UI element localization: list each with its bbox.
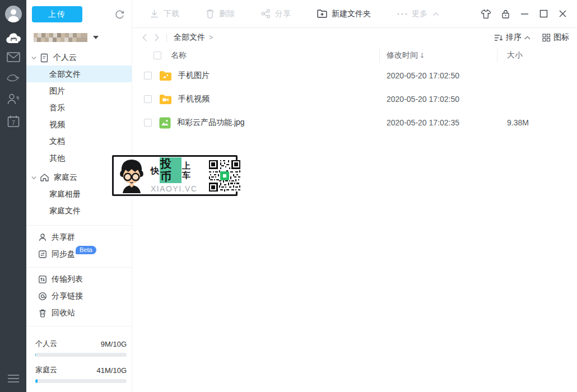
- sidebar-item-documents[interactable]: 文档: [26, 133, 132, 150]
- watermark-cartoon-avatar: [116, 158, 147, 193]
- table-row[interactable]: 和彩云产品功能.jpg 2020-05-20 17:02:35 9.38M: [132, 111, 577, 134]
- sort-icon: [494, 34, 503, 42]
- sort-label: 排序: [506, 32, 522, 43]
- mail-icon[interactable]: [7, 52, 20, 62]
- menu-icon[interactable]: [6, 373, 21, 384]
- file-modified: 2020-05-20 17:02:50: [380, 71, 497, 80]
- watermark-banner: 快 投币 上车 XIAOYI.VC: [112, 155, 238, 196]
- sidebar-item-label: 回收站: [52, 308, 75, 318]
- select-all-checkbox[interactable]: [153, 52, 161, 59]
- sidebar-item-all-files[interactable]: 全部文件: [26, 66, 132, 82]
- row-checkbox[interactable]: [144, 95, 152, 103]
- divider: [26, 225, 132, 226]
- beta-badge: Beta: [76, 246, 96, 254]
- sidebar-item-label: 分享链接: [52, 291, 83, 301]
- storage-usage-personal: 9M/10G: [101, 340, 127, 348]
- divider: [166, 34, 167, 42]
- account-caret-icon: [93, 36, 99, 39]
- image-file-icon: [159, 117, 171, 129]
- username-censored: [34, 33, 87, 42]
- column-header-size[interactable]: 大小: [507, 50, 523, 60]
- sidebar-item-shared-group[interactable]: 共享群: [26, 229, 132, 246]
- file-name[interactable]: 和彩云产品功能.jpg: [177, 118, 245, 128]
- nav-forward-button[interactable]: [154, 33, 160, 42]
- contacts-icon[interactable]: [6, 92, 21, 106]
- breadcrumb[interactable]: 全部文件: [174, 32, 205, 43]
- calendar-icon[interactable]: 7: [6, 114, 21, 129]
- svg-text:7: 7: [12, 120, 15, 126]
- view-controls: 排序 图标: [494, 32, 569, 43]
- sort-button[interactable]: 排序: [494, 32, 531, 43]
- column-header-modified[interactable]: 修改时间: [387, 50, 418, 60]
- file-name[interactable]: 手机图片: [178, 71, 210, 81]
- storage-label-personal: 个人云: [35, 339, 57, 349]
- file-size: 9.38M: [497, 118, 577, 127]
- sidebar: 上传 个人云 全部文件 图片 音乐 视频 文档 其他 家庭云: [26, 0, 132, 392]
- chevron-down-icon: [30, 54, 38, 62]
- delete-button[interactable]: 删除: [205, 8, 235, 19]
- sidebar-item-personal-cloud[interactable]: 个人云: [26, 50, 132, 66]
- sidebar-item-videos[interactable]: 视频: [26, 116, 132, 133]
- sidebar-item-recycle-bin[interactable]: 回收站: [26, 305, 132, 321]
- sidebar-item-label: 共享群: [52, 232, 75, 242]
- chevron-down-icon: [30, 174, 38, 181]
- row-checkbox[interactable]: [144, 119, 152, 127]
- sidebar-item-pictures[interactable]: 图片: [26, 82, 132, 99]
- watermark-qr-code: [209, 160, 240, 192]
- share-button[interactable]: 分享: [260, 8, 291, 19]
- toolbar-label: 更多: [412, 9, 427, 19]
- new-folder-icon: [317, 8, 328, 19]
- sort-desc-arrow-icon: [420, 52, 425, 59]
- nav-back-button[interactable]: [142, 33, 147, 42]
- folder-image-icon: [159, 71, 172, 81]
- sidebar-item-family-files[interactable]: 家庭文件: [26, 202, 132, 219]
- storage-usage-family: 41M/10G: [97, 366, 127, 375]
- icon-view-button[interactable]: 图标: [542, 32, 569, 43]
- lock-icon[interactable]: [501, 9, 510, 19]
- share-icon: [260, 8, 271, 19]
- sidebar-item-sync-disk[interactable]: 同步盘 Beta: [26, 246, 132, 263]
- sync-disk-icon: [38, 250, 47, 259]
- sidebar-item-label: 个人云: [53, 53, 77, 63]
- sidebar-item-share-links[interactable]: 分享链接: [26, 288, 132, 305]
- column-header-name[interactable]: 名称: [171, 50, 187, 60]
- storage-bar-personal: [35, 353, 127, 357]
- minimize-button[interactable]: [520, 9, 529, 18]
- avatar[interactable]: [4, 5, 22, 23]
- storage-label-family: 家庭云: [35, 365, 57, 375]
- watermark-site: XIAOYI.VC: [151, 184, 198, 193]
- maximize-button[interactable]: [539, 9, 548, 18]
- close-button[interactable]: [558, 9, 567, 18]
- whale-icon[interactable]: [6, 71, 21, 83]
- file-name[interactable]: 手机视频: [178, 94, 210, 104]
- home-icon: [40, 173, 49, 182]
- table-row[interactable]: 手机视频 2020-05-20 17:02:50: [132, 87, 577, 111]
- sidebar-item-label: 家庭云: [54, 172, 77, 183]
- sidebar-item-label: 传输列表: [52, 274, 83, 284]
- cloud-logo-icon[interactable]: [5, 31, 22, 45]
- at-link-icon: [38, 292, 47, 301]
- view-label: 图标: [553, 32, 569, 43]
- theme-shirt-icon[interactable]: [481, 9, 491, 19]
- trash-icon: [205, 8, 215, 19]
- watermark-text: 快 投币 上车 XIAOYI.VC: [151, 157, 198, 193]
- upload-button[interactable]: 上传: [32, 6, 82, 22]
- transfer-icon: [38, 275, 47, 284]
- watermark-suffix: 上车: [182, 161, 198, 180]
- divider: [26, 326, 132, 326]
- document-icon: [40, 53, 49, 63]
- refresh-icon[interactable]: [114, 9, 125, 20]
- row-checkbox[interactable]: [144, 72, 152, 80]
- sidebar-item-music[interactable]: 音乐: [26, 99, 132, 116]
- new-folder-button[interactable]: 新建文件夹: [317, 8, 371, 19]
- download-button[interactable]: 下载: [149, 8, 179, 19]
- divider: [26, 267, 132, 268]
- chevron-up-icon: [524, 36, 531, 40]
- table-row[interactable]: 手机图片 2020-05-20 17:02:50: [132, 64, 577, 87]
- user-account[interactable]: [34, 32, 132, 43]
- toolbar-label: 分享: [275, 9, 291, 19]
- more-button[interactable]: 更多: [397, 9, 439, 19]
- sidebar-item-transfer-list[interactable]: 传输列表: [26, 271, 132, 288]
- app-window: 7 上传 个人云 全部文件 图片 音乐 视频: [0, 0, 577, 392]
- trash-icon: [38, 309, 47, 318]
